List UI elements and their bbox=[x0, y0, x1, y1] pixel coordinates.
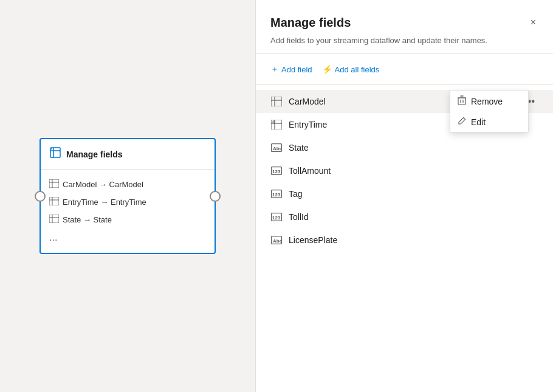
field-row-tollid: 123 TollId ••• bbox=[256, 205, 553, 229]
plus-icon: ＋ bbox=[270, 64, 279, 75]
lightning-icon: ⚡ bbox=[322, 64, 332, 74]
tag-type-icon: 123 bbox=[270, 188, 283, 200]
panel-header: Manage fields × Add fields to your strea… bbox=[256, 0, 553, 54]
svg-rect-16 bbox=[458, 98, 465, 105]
node-header-icon bbox=[49, 146, 61, 162]
svg-text:123: 123 bbox=[272, 169, 281, 174]
remove-menu-item[interactable]: Remove bbox=[450, 91, 528, 112]
manage-fields-panel: Manage fields × Add fields to your strea… bbox=[255, 0, 553, 392]
field-row-tag: 123 Tag ••• bbox=[256, 182, 553, 205]
tollamount-type-icon: 123 bbox=[270, 165, 283, 177]
trash-icon bbox=[458, 95, 466, 107]
row-icon-2 bbox=[49, 197, 59, 207]
node-card: Manage fields CarModel → CarModel EntryT… bbox=[40, 138, 216, 254]
licenseplate-field-name: LicensePlate bbox=[289, 235, 515, 245]
node-row: CarModel → CarModel bbox=[49, 176, 206, 193]
svg-point-3 bbox=[51, 148, 52, 150]
edit-menu-item[interactable]: Edit bbox=[450, 112, 528, 132]
edit-label: Edit bbox=[471, 117, 486, 127]
licenseplate-type-icon: Abc bbox=[270, 234, 283, 246]
node-body: CarModel → CarModel EntryTime → EntryTim… bbox=[41, 170, 215, 253]
node-header: Manage fields bbox=[41, 139, 215, 170]
add-field-button[interactable]: ＋ Add field bbox=[270, 61, 312, 77]
row-icon-1 bbox=[49, 179, 59, 190]
state-type-icon: Abc bbox=[270, 142, 283, 154]
tollid-field-name: TollId bbox=[289, 212, 515, 222]
node-dots: ... bbox=[49, 229, 206, 247]
context-menu: Remove Edit bbox=[450, 90, 529, 132]
field-row-licenseplate: Abc LicensePlate ••• bbox=[256, 229, 553, 252]
state-field-name: State bbox=[289, 143, 515, 153]
panel-description: Add fields to your streaming dataflow an… bbox=[270, 35, 538, 46]
node-row-3: State → State bbox=[49, 211, 206, 229]
node-title: Manage fields bbox=[66, 150, 123, 159]
svg-rect-4 bbox=[49, 179, 59, 188]
close-button[interactable]: × bbox=[528, 15, 538, 30]
remove-label: Remove bbox=[471, 97, 503, 106]
canvas-area: Manage fields CarModel → CarModel EntryT… bbox=[0, 0, 255, 392]
svg-rect-7 bbox=[49, 197, 59, 205]
field-row-state: Abc State ••• bbox=[256, 136, 553, 159]
connector-right bbox=[210, 191, 221, 202]
tollid-type-icon: 123 bbox=[270, 211, 283, 223]
add-all-fields-label: Add all fields bbox=[335, 65, 380, 74]
entrytime-type-icon bbox=[270, 119, 283, 131]
svg-rect-13 bbox=[271, 97, 282, 106]
field-row-tollamount: 123 TollAmount ••• bbox=[256, 159, 553, 182]
carmodel-type-icon bbox=[270, 95, 283, 108]
tag-field-name: Tag bbox=[289, 189, 515, 199]
node-row-text-3: State → State bbox=[63, 215, 112, 224]
svg-text:Abc: Abc bbox=[273, 146, 282, 151]
svg-text:123: 123 bbox=[272, 192, 281, 198]
node-row-text-2: EntryTime → EntryTime bbox=[63, 198, 146, 207]
panel-title: Manage fields bbox=[270, 16, 351, 30]
tollamount-field-name: TollAmount bbox=[289, 166, 515, 176]
svg-rect-10 bbox=[49, 215, 59, 223]
connector-left bbox=[35, 191, 46, 202]
field-row-carmodel: CarModel ••• Remove bbox=[256, 90, 553, 113]
svg-text:Abc: Abc bbox=[273, 238, 282, 244]
panel-toolbar: ＋ Add field ⚡ Add all fields bbox=[256, 54, 553, 85]
panel-content: CarModel ••• Remove bbox=[256, 85, 553, 392]
svg-text:123: 123 bbox=[272, 215, 281, 221]
edit-icon bbox=[458, 117, 466, 127]
add-field-label: Add field bbox=[281, 65, 312, 74]
add-all-fields-button[interactable]: ⚡ Add all fields bbox=[322, 62, 380, 77]
row-icon-3 bbox=[49, 215, 59, 225]
node-row-2: EntryTime → EntryTime bbox=[49, 193, 206, 211]
node-row-text-1: CarModel → CarModel bbox=[63, 180, 143, 189]
panel-title-row: Manage fields × bbox=[270, 15, 538, 30]
